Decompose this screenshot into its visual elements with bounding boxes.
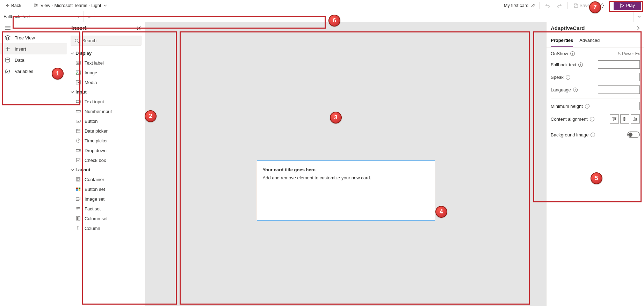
chevron-down-icon [637, 15, 641, 18]
calendar-icon [75, 128, 81, 134]
svg-point-1 [34, 3, 36, 5]
item-image-set[interactable]: Image set [67, 194, 145, 204]
card-name: My first card [504, 3, 536, 8]
fx-equals-button[interactable]: = [84, 11, 94, 22]
group-display[interactable]: Display [67, 48, 145, 58]
formula-expand-button[interactable] [634, 11, 644, 22]
item-number-input[interactable]: 123Number input [67, 106, 145, 116]
item-label: Check box [85, 158, 106, 163]
item-label: Drop down [85, 148, 107, 153]
svg-rect-38 [77, 197, 80, 200]
item-text-input[interactable]: Text input [67, 97, 145, 106]
property-dropdown[interactable]: Fallback Text [0, 11, 84, 22]
item-label: Date picker [85, 128, 108, 134]
canvas[interactable]: Your card title goes here Add and remove… [145, 22, 546, 306]
item-check-box[interactable]: Check box [67, 155, 145, 165]
svg-rect-14 [76, 71, 80, 75]
svg-rect-31 [77, 178, 80, 181]
formula-input[interactable] [94, 11, 634, 22]
tab-advanced[interactable]: Advanced [579, 34, 600, 47]
number-input-icon: 123 [75, 109, 81, 114]
divider [567, 2, 568, 9]
pencil-icon[interactable] [531, 3, 536, 8]
item-button[interactable]: Button [67, 116, 145, 126]
item-label: Container [85, 177, 104, 182]
align-top-button[interactable] [610, 114, 619, 124]
item-text-label[interactable]: Text label [67, 58, 145, 68]
group-display-label: Display [75, 51, 92, 56]
tab-properties[interactable]: Properties [551, 34, 573, 47]
language-input[interactable] [598, 85, 640, 94]
chevron-down-icon [71, 90, 74, 94]
info-icon[interactable]: i [570, 51, 575, 56]
rail-tree-view[interactable]: Tree View [0, 32, 67, 43]
text-label-icon [75, 60, 81, 66]
item-fact-set[interactable]: Fact set [67, 204, 145, 214]
item-label: Media [85, 80, 97, 85]
item-drop-down[interactable]: Drop down [67, 145, 145, 155]
redo-icon [557, 3, 562, 8]
item-time-picker[interactable]: Time picker [67, 136, 145, 145]
plus-icon [5, 46, 10, 52]
card-subtitle: Add and remove element to customize your… [263, 175, 429, 180]
info-icon[interactable]: i [578, 62, 583, 67]
info-icon[interactable]: i [566, 75, 570, 80]
min-height-input[interactable] [598, 102, 640, 110]
group-input[interactable]: Input [67, 87, 145, 97]
hamburger-button[interactable] [0, 24, 67, 32]
insert-search[interactable]: Search [71, 36, 142, 46]
button-icon [75, 118, 81, 124]
redo-button[interactable] [555, 2, 564, 9]
teams-icon [33, 3, 38, 8]
card-preview[interactable]: Your card title goes here Add and remove… [257, 161, 435, 221]
view-dropdown[interactable]: View - Microsoft Teams - Light [31, 2, 109, 9]
svg-text:123: 123 [77, 110, 80, 112]
undo-button[interactable] [543, 2, 552, 9]
factset-icon [75, 206, 81, 211]
info-icon[interactable]: i [591, 133, 595, 137]
align-middle-button[interactable] [620, 114, 629, 124]
svg-point-11 [75, 39, 78, 42]
container-icon [75, 177, 81, 182]
chevron-right-icon[interactable] [636, 26, 640, 30]
svg-rect-36 [79, 189, 80, 191]
fallback-text-input[interactable] [598, 60, 640, 69]
svg-rect-33 [76, 188, 78, 189]
properties-panel: AdaptiveCard Properties Advanced OnShowi… [546, 22, 644, 306]
item-column[interactable]: Column [67, 223, 145, 233]
save-label: Save [580, 3, 590, 8]
callout-4: 4 [435, 206, 447, 218]
item-image[interactable]: Image [67, 68, 145, 77]
svg-rect-51 [615, 118, 616, 120]
info-icon[interactable]: i [585, 104, 589, 109]
buttonset-icon [75, 186, 81, 192]
item-column-set[interactable]: Column set [67, 214, 145, 223]
close-icon[interactable] [137, 26, 141, 30]
text-input-icon [75, 99, 81, 104]
info-icon[interactable]: i [590, 117, 594, 121]
callout-5: 5 [591, 172, 602, 184]
prop-bgimage-label: Background image [551, 132, 588, 137]
chevron-down-icon [71, 52, 74, 55]
divider [27, 2, 27, 9]
rail-insert[interactable]: Insert [0, 43, 67, 54]
item-date-picker[interactable]: Date picker [67, 126, 145, 136]
rail-data[interactable]: Data [0, 54, 67, 66]
powerfx-link[interactable]: fxPower Fx [618, 51, 640, 56]
back-button[interactable]: Back [3, 2, 23, 9]
item-button-set[interactable]: Button set [67, 184, 145, 194]
align-bottom-button[interactable] [631, 114, 640, 124]
info-icon[interactable]: i [573, 88, 578, 92]
card-title: Your card title goes here [263, 167, 429, 172]
item-container[interactable]: Container [67, 174, 145, 184]
item-media[interactable]: Media [67, 77, 145, 87]
formula-bar: Fallback Text = [0, 11, 644, 22]
bgimage-toggle[interactable] [627, 132, 640, 138]
group-layout-label: Layout [75, 167, 91, 172]
svg-rect-57 [636, 118, 637, 120]
speak-input[interactable] [598, 73, 640, 81]
item-label: Button set [85, 187, 105, 192]
play-button[interactable]: Play [614, 1, 641, 10]
group-layout[interactable]: Layout [67, 165, 145, 174]
column-icon [75, 225, 81, 231]
